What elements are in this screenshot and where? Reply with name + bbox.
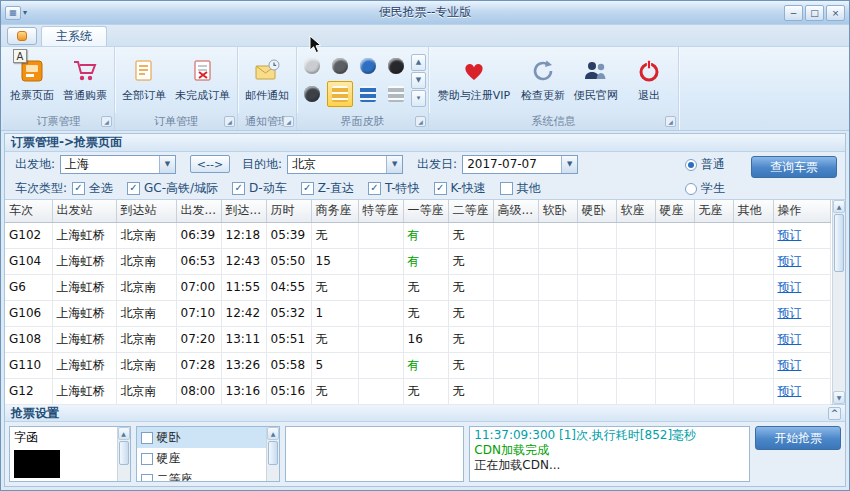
column-header[interactable]: 其他 (733, 200, 773, 222)
scroll-down-icon[interactable]: ▼ (833, 391, 845, 404)
book-link[interactable]: 预订 (778, 306, 802, 320)
scrollbar-thumb[interactable] (834, 214, 844, 272)
column-header[interactable]: 二等座 (448, 200, 493, 222)
column-header[interactable]: 出发站 (52, 200, 116, 222)
chevron-down-icon[interactable]: ▼ (561, 156, 577, 173)
book-link[interactable]: 预订 (778, 332, 802, 346)
book-link[interactable]: 预订 (778, 228, 802, 242)
app-menu-button[interactable] (7, 27, 37, 45)
seat-option[interactable]: 二等座 (137, 469, 266, 481)
scroll-up-icon[interactable]: ▲ (833, 200, 845, 213)
skin-scroll-up-button[interactable]: ▲ (411, 54, 426, 71)
all-orders-button[interactable]: 全部订单 (118, 50, 170, 110)
chevron-down-icon[interactable]: ▼ (386, 156, 402, 173)
train-table: 车次出发站到达站出发...到达...历时商务座特等座一等座二等座高级...软卧硬… (5, 200, 831, 405)
dialog-launcher-icon[interactable]: ◢ (283, 116, 294, 127)
train-type-checkbox[interactable]: ✓GC-高铁/城际 (127, 180, 218, 197)
column-header[interactable]: 商务座 (311, 200, 358, 222)
table-scrollbar[interactable]: ▲ ▼ (832, 200, 845, 404)
system-menu-icon[interactable]: ▦ (5, 6, 21, 20)
dialog-launcher-icon[interactable]: ◢ (415, 116, 426, 127)
official-website-button[interactable]: 便民官网 (570, 50, 622, 110)
skin-button[interactable] (383, 53, 409, 79)
exit-button[interactable]: 退出 (623, 50, 675, 110)
book-link[interactable]: 预订 (778, 384, 802, 398)
column-header[interactable]: 无座 (694, 200, 733, 222)
passenger-list[interactable]: 字函 ▲ (9, 426, 131, 482)
skin-button[interactable] (383, 81, 409, 107)
normal-purchase-button[interactable]: 普通购票 (59, 50, 111, 110)
close-button[interactable]: × (826, 5, 845, 21)
log-line: 正在加载CDN... (474, 458, 745, 473)
skin-button[interactable] (299, 81, 325, 107)
column-header[interactable]: 出发... (176, 200, 221, 222)
column-header[interactable]: 硬卧 (577, 200, 616, 222)
column-header[interactable]: 软座 (616, 200, 655, 222)
column-header[interactable]: 高级... (493, 200, 538, 222)
radio-student[interactable]: 学生 (685, 180, 725, 197)
passenger-list-scrollbar[interactable]: ▲ (117, 427, 130, 481)
table-cell: 无 (448, 326, 493, 352)
incomplete-orders-button[interactable]: 未完成订单 (171, 50, 234, 110)
skin-button[interactable] (327, 53, 353, 79)
train-type-checkbox[interactable]: ✓D-动车 (232, 180, 287, 197)
column-header[interactable]: 操作 (773, 200, 830, 222)
swap-button[interactable]: <--> (190, 155, 230, 173)
seat-option[interactable]: 硬卧 (137, 427, 266, 448)
column-header[interactable]: 到达站 (116, 200, 176, 222)
scrollbar-thumb[interactable] (268, 441, 278, 465)
seat-option[interactable]: 硬座 (137, 448, 266, 469)
radio-normal[interactable]: 普通 (685, 156, 725, 173)
column-header[interactable]: 特等座 (358, 200, 403, 222)
column-header[interactable]: 到达... (221, 200, 266, 222)
train-type-checkbox[interactable]: ✓全选 (72, 180, 113, 197)
maximize-button[interactable]: □ (805, 5, 824, 21)
seat-list-scrollbar[interactable]: ▲ (266, 427, 279, 481)
check-update-button[interactable]: 检查更新 (517, 50, 569, 110)
start-grab-button[interactable]: 开始抢票 (755, 426, 841, 450)
book-link[interactable]: 预订 (778, 280, 802, 294)
column-header[interactable]: 车次 (5, 200, 52, 222)
table-cell (493, 274, 538, 300)
passenger-item[interactable]: 字函 (10, 427, 117, 448)
tab-main-system[interactable]: 主系统 (41, 26, 107, 46)
train-type-checkbox[interactable]: ✓T-特快 (368, 180, 420, 197)
mail-notify-button[interactable]: 邮件通知 (241, 50, 293, 110)
skin-button[interactable] (355, 81, 381, 107)
train-table-wrap: 车次出发站到达站出发...到达...历时商务座特等座一等座二等座高级...软卧硬… (5, 200, 845, 405)
dialog-launcher-icon[interactable]: ◢ (101, 116, 112, 127)
dialog-launcher-icon[interactable]: ◢ (224, 116, 235, 127)
skin-button[interactable] (299, 53, 325, 79)
train-type-checkbox[interactable]: 其他 (500, 180, 541, 197)
skin-scroll-down-button[interactable]: ▼ (411, 72, 426, 89)
scrollbar-thumb[interactable] (119, 441, 129, 465)
query-tickets-button[interactable]: 查询车票 (751, 156, 837, 178)
skin-button[interactable] (327, 81, 353, 107)
train-type-checkbox[interactable]: ✓K-快速 (434, 180, 486, 197)
column-header[interactable]: 软卧 (538, 200, 577, 222)
book-link[interactable]: 预订 (778, 254, 802, 268)
skin-button[interactable] (355, 53, 381, 79)
seat-type-list[interactable]: 硬卧硬座二等座一等座 ▲ (136, 426, 280, 482)
log-output: 11:37:09:300 [1]次.执行耗时[852]毫秒CDN加载完成正在加载… (469, 426, 750, 482)
to-combo[interactable]: 北京 ▼ (287, 155, 403, 174)
group-caption-label: 界面皮肤 (341, 114, 385, 129)
skin-gallery-more-button[interactable]: ▾ (411, 90, 426, 107)
column-header[interactable]: 一等座 (403, 200, 448, 222)
scroll-up-icon[interactable]: ▲ (267, 427, 279, 440)
minimize-button[interactable]: − (784, 5, 803, 21)
date-picker[interactable]: 2017-07-07 ▼ (462, 155, 578, 174)
collapse-icon[interactable]: ^ (828, 407, 841, 420)
train-select-list[interactable] (285, 426, 464, 482)
train-type-checkbox[interactable]: ✓Z-直达 (301, 180, 354, 197)
quick-access-caret-icon[interactable]: ▾ (23, 8, 27, 17)
sponsor-vip-button[interactable]: 赞助与注册VIP (432, 50, 516, 110)
chevron-down-icon[interactable]: ▼ (159, 156, 175, 173)
from-combo[interactable]: 上海 ▼ (60, 155, 176, 174)
grab-settings-header[interactable]: 抢票设置 ^ (5, 405, 845, 422)
book-link[interactable]: 预订 (778, 358, 802, 372)
column-header[interactable]: 历时 (266, 200, 311, 222)
column-header[interactable]: 硬座 (655, 200, 694, 222)
dialog-launcher-icon[interactable]: ◢ (665, 116, 676, 127)
scroll-up-icon[interactable]: ▲ (118, 427, 130, 440)
